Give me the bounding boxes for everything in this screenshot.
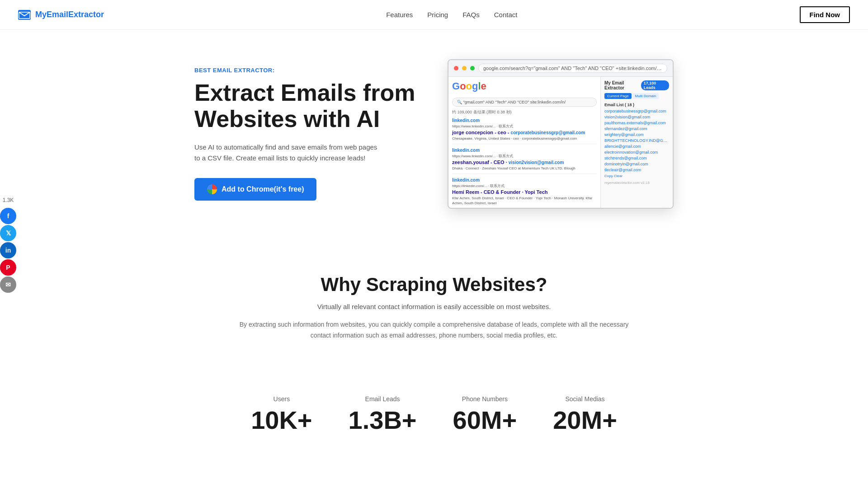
stat-users-label: Users xyxy=(251,395,312,403)
facebook-share-button[interactable]: f xyxy=(0,208,16,224)
nav-contact[interactable]: Contact xyxy=(494,11,518,19)
twitter-share-button[interactable]: 𝕏 xyxy=(0,225,16,241)
social-count: 1.3K xyxy=(3,195,14,205)
stat-social-label: Social Medias xyxy=(553,395,617,403)
hero-tag: BEST EMAIL EXTRACTOR: xyxy=(194,67,420,74)
tab-current-page[interactable]: Current Page xyxy=(604,93,632,99)
google-logo: Google xyxy=(452,80,486,92)
stats-section: Users 10K+ Email Leads 1.3B+ Phone Numbe… xyxy=(0,368,868,453)
stat-email-leads: Email Leads 1.3B+ xyxy=(349,395,417,435)
browser-content: Google 🔍 "gmail.com" AND "Tech" AND "CEO… xyxy=(448,77,673,208)
why-section: Why Scraping Websites? Virtually all rel… xyxy=(0,238,868,368)
nav-cta-button[interactable]: Find Now xyxy=(800,6,850,23)
stat-social-medias: Social Medias 20M+ xyxy=(553,395,617,435)
search-result-3: linkedin.com https://linkedin.com/... · … xyxy=(452,178,597,208)
stat-users: Users 10K+ xyxy=(251,395,312,435)
nav-pricing[interactable]: Pricing xyxy=(427,11,448,19)
browser-maximize-dot xyxy=(470,66,475,70)
extension-lead-count: 17,100 Leads xyxy=(641,80,669,90)
social-sidebar: 1.3K f 𝕏 in P ✉ xyxy=(0,195,16,293)
email-share-button[interactable]: ✉ xyxy=(0,277,16,293)
extension-tabs: Current Page Multi Domain xyxy=(604,93,669,99)
nav-faqs[interactable]: FAQs xyxy=(462,11,480,19)
hero-right: google.com/search?q="gmail.com" AND "Tec… xyxy=(448,59,674,209)
browser-close-dot xyxy=(454,66,458,70)
stat-phone-label: Phone Numbers xyxy=(453,395,517,403)
why-title: Why Scraping Websites? xyxy=(90,274,778,296)
email-item: dominotryin@gmail.com xyxy=(604,162,669,166)
copy-all-button[interactable]: Copy Clear xyxy=(604,174,669,178)
extension-title: My Email Extractor xyxy=(604,80,641,90)
hero-title: Extract Emails from Websites with AI xyxy=(194,80,420,131)
hero-subtitle: Use AI to automatically find and save em… xyxy=(194,142,384,164)
email-item: allencie@gmail.com xyxy=(604,144,669,149)
email-item: electroinnovation@gmail.com xyxy=(604,150,669,155)
stat-users-value: 10K+ xyxy=(251,405,312,435)
stat-social-value: 20M+ xyxy=(553,405,617,435)
browser-url: google.com/search?q="gmail.com" AND "Tec… xyxy=(478,64,667,73)
extension-header: My Email Extractor 17,100 Leads xyxy=(604,80,669,90)
email-list-title: Email List ( 18 ) xyxy=(604,103,669,107)
stat-phone-value: 60M+ xyxy=(453,405,517,435)
email-list: corporatebusinessgrp@gmail.com vision2vi… xyxy=(604,109,669,172)
why-subtitle: Virtually all relevant contact informati… xyxy=(90,303,778,310)
browser-mockup: google.com/search?q="gmail.com" AND "Tec… xyxy=(448,59,674,209)
hero-section: BEST EMAIL EXTRACTOR: Extract Emails fro… xyxy=(140,30,728,238)
email-item: corporatebusinessgrp@gmail.com xyxy=(604,109,669,113)
stat-phone-numbers: Phone Numbers 60M+ xyxy=(453,395,517,435)
add-to-chrome-button[interactable]: Add to Chrome(it's free) xyxy=(194,178,316,201)
hero-left: BEST EMAIL EXTRACTOR: Extract Emails fro… xyxy=(194,67,420,200)
browser-minimize-dot xyxy=(462,66,467,70)
search-bar: 🔍 "gmail.com" AND "Tech" AND "CEO" site:… xyxy=(452,98,597,107)
browser-bar: google.com/search?q="gmail.com" AND "Tec… xyxy=(448,60,673,77)
email-item: wrightery@gmail.com xyxy=(604,132,669,137)
extension-panel: My Email Extractor 17,100 Leads Current … xyxy=(600,77,673,208)
search-result-2: linkedin.com https://www.linkedin.com/..… xyxy=(452,148,597,174)
email-item: BRIGHTTECHNOLOGY.IND@GMAIL.COM xyxy=(604,138,669,143)
email-item: paulthomas.externals@gmail.com xyxy=(604,121,669,125)
nav-links: FeaturesPricingFAQsContact xyxy=(386,11,517,19)
browser-main: Google 🔍 "gmail.com" AND "Tech" AND "CEO… xyxy=(448,77,600,208)
chrome-icon xyxy=(207,184,217,194)
brand-name: MyEmailExtractor xyxy=(35,10,104,19)
tab-multi-domain[interactable]: Multi Domain xyxy=(632,93,659,99)
stat-email-leads-label: Email Leads xyxy=(349,395,417,403)
email-item: sfernandez@gmail.com xyxy=(604,127,669,131)
hero-cta-label: Add to Chrome(it's free) xyxy=(222,185,304,193)
brand-logo[interactable]: MyEmailExtractor xyxy=(18,10,104,20)
linkedin-share-button[interactable]: in xyxy=(0,242,16,258)
search-result-1: linkedin.com https://www.linkedin.com/..… xyxy=(452,118,597,144)
nav-features[interactable]: Features xyxy=(386,11,413,19)
pinterest-share-button[interactable]: P xyxy=(0,259,16,276)
stat-email-leads-value: 1.3B+ xyxy=(349,405,417,435)
email-item: tlecleair@gmail.com xyxy=(604,168,669,172)
extension-footer: myemailextractor.com v2.13 xyxy=(604,181,669,185)
navbar: MyEmailExtractor FeaturesPricingFAQsCont… xyxy=(0,0,868,30)
email-item: vision2vision@gmail.com xyxy=(604,115,669,119)
why-desc: By extracting such information from webs… xyxy=(231,319,637,341)
email-item: stichtrends@gmail.com xyxy=(604,156,669,160)
